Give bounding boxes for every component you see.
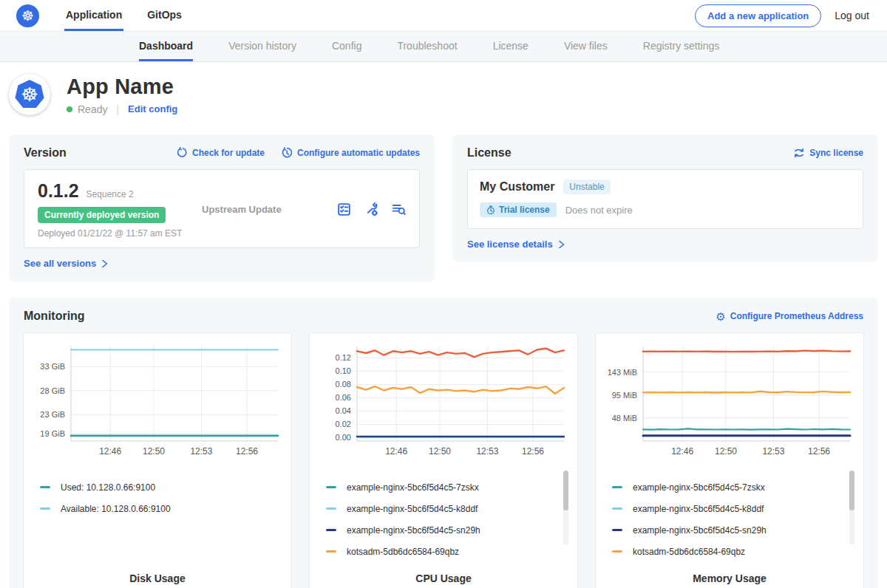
configure-prometheus-label: Configure Prometheus Address [730,311,863,321]
disk-usage-plot: 12:4612:5012:5312:5633 GiB28 GiB23 GiB19… [31,341,284,460]
see-license-details-label: See license details [467,239,553,250]
edit-config-link[interactable]: Edit config [128,103,177,114]
legend-swatch-icon [612,550,622,553]
trial-license-badge: Trial license [480,202,557,217]
cpu-usage-legend: example-nginx-5bc6f5d4c5-7zskxexample-ng… [324,476,570,562]
configure-prometheus-link[interactable]: ⚙ Configure Prometheus Address [716,311,863,322]
tab-application[interactable]: Application [64,0,123,31]
customer-name: My Customer [480,180,554,194]
sync-license-label: Sync license [809,148,863,158]
deploy-logs-icon[interactable] [392,202,406,216]
chart-title: CPU Usage [317,572,570,584]
legend-label: example-nginx-5bc6f5d4c5-sn29h [347,525,480,536]
subnav-tab-version-history[interactable]: Version history [228,32,296,61]
chart-title: Disk Usage [31,572,284,584]
logout-link[interactable]: Log out [835,10,869,21]
memory-usage-legend: example-nginx-5bc6f5d4c5-7zskxexample-ng… [611,476,856,562]
subnav-tab-troubleshoot[interactable]: Troubleshoot [397,32,457,61]
monitoring-title: Monitoring [24,310,85,323]
preflight-checks-icon[interactable] [337,202,351,216]
legend-swatch-icon [326,486,336,488]
legend-label: example-nginx-5bc6f5d4c5-k8ddf [347,504,478,514]
top-nav: ☸ Application GitOps Add a new applicati… [0,0,887,31]
subnav-tab-dashboard[interactable]: Dashboard [139,32,193,61]
version-card-title: Version [24,146,67,160]
divider: | [116,103,119,115]
legend-scrollbar[interactable] [849,471,854,544]
svg-text:0.12: 0.12 [336,353,351,362]
check-for-update-link[interactable]: Check for update [176,147,265,159]
subnav-tab-license[interactable]: License [493,32,529,61]
license-panel: My Customer Unstable Trial license Does … [467,169,863,229]
version-card: Version Check for update Configure autom… [9,134,435,281]
svg-text:12:56: 12:56 [808,446,830,457]
kots-admin-dashboard: ☸ Application GitOps Add a new applicati… [0,0,887,588]
subnav-tab-view-files[interactable]: View files [564,32,608,61]
see-all-versions-link[interactable]: See all versions [24,258,109,269]
legend-item[interactable]: kotsadm-5db6dc6584-69qbz [324,541,570,562]
trial-license-label: Trial license [499,205,550,215]
kubernetes-wheel-icon: ☸ [21,9,34,23]
svg-text:12:53: 12:53 [190,446,212,457]
charts-row: 12:4612:5012:5312:5633 GiB28 GiB23 GiB19… [24,333,863,588]
channel-badge: Unstable [563,180,610,194]
configure-automatic-updates-label: Configure automatic updates [297,148,420,158]
sync-icon [793,147,805,159]
svg-text:12:46: 12:46 [671,446,693,457]
legend-item[interactable]: example-nginx-5bc6f5d4c5-k8ddf [611,498,856,519]
svg-text:0.02: 0.02 [336,420,351,428]
legend-item[interactable]: Available: 10.128.0.66:9100 [38,498,284,519]
svg-text:0.00: 0.00 [336,433,351,442]
legend-swatch-icon [40,507,50,510]
chevron-right-icon [557,240,565,249]
app-icon: ☸ [9,74,50,115]
check-for-update-label: Check for update [192,148,265,158]
chart-card-memory-usage: 12:4612:5012:5312:56143 MiB95 MiB48 MiBe… [596,333,863,588]
see-all-versions-label: See all versions [24,258,96,269]
stopwatch-icon [486,205,495,215]
svg-text:0.10: 0.10 [336,366,351,375]
svg-text:143 MiB: 143 MiB [608,368,637,377]
sync-license-link[interactable]: Sync license [793,147,863,159]
configure-automatic-updates-link[interactable]: Configure automatic updates [281,147,420,159]
legend-scrollbar[interactable] [563,471,568,544]
page-title: App Name [67,75,177,99]
legend-scrollbar-thumb[interactable] [563,471,568,510]
legend-label: Available: 10.128.0.66:9100 [61,504,171,514]
refresh-icon [176,147,188,159]
disk-usage-legend: Used: 10.128.0.66:9100Available: 10.128.… [38,476,284,562]
kubernetes-logo[interactable]: ☸ [16,4,39,27]
legend-item[interactable]: example-nginx-5bc6f5d4c5-sn29h [611,519,856,541]
legend-scrollbar-thumb[interactable] [849,471,854,510]
legend-item[interactable]: example-nginx-5bc6f5d4c5-sn29h [324,519,570,541]
deployed-timestamp: Deployed 01/21/22 @ 11:57 am EST [38,228,190,239]
add-application-button[interactable]: Add a new application [695,4,821,27]
svg-text:12:46: 12:46 [385,446,407,457]
legend-item[interactable]: Used: 10.128.0.66:9100 [38,476,284,498]
legend-label: example-nginx-5bc6f5d4c5-k8ddf [633,504,764,514]
legend-label: Used: 10.128.0.66:9100 [61,482,155,493]
legend-label: example-nginx-5bc6f5d4c5-sn29h [633,525,767,536]
chevron-right-icon [101,259,109,268]
svg-text:0.08: 0.08 [336,380,351,389]
sub-nav: Dashboard Version history Config Trouble… [0,31,887,62]
legend-item[interactable]: kotsadm-5db6dc6584-69qbz [611,541,856,562]
tab-gitops[interactable]: GitOps [146,0,183,31]
cpu-usage-plot: 12:4612:5012:5312:560.120.100.080.060.04… [317,341,570,460]
svg-text:12:46: 12:46 [99,446,121,457]
config-wrench-icon[interactable] [364,202,378,216]
subnav-tab-registry-settings[interactable]: Registry settings [643,32,719,61]
legend-item[interactable]: example-nginx-5bc6f5d4c5-7zskx [324,476,570,498]
legend-item[interactable]: example-nginx-5bc6f5d4c5-k8ddf [324,498,570,519]
status-badge: Ready [78,103,107,115]
svg-text:19 GiB: 19 GiB [40,429,65,438]
legend-item[interactable]: example-nginx-5bc6f5d4c5-7zskx [611,476,856,498]
svg-text:12:56: 12:56 [236,446,258,457]
subnav-tab-config[interactable]: Config [332,32,361,61]
top-nav-right: Add a new application Log out [695,4,869,27]
svg-text:23 GiB: 23 GiB [40,410,65,419]
see-license-details-link[interactable]: See license details [467,239,565,250]
svg-text:48 MiB: 48 MiB [612,414,637,423]
legend-swatch-icon [612,507,622,510]
gear-icon: ⚙ [716,311,725,322]
